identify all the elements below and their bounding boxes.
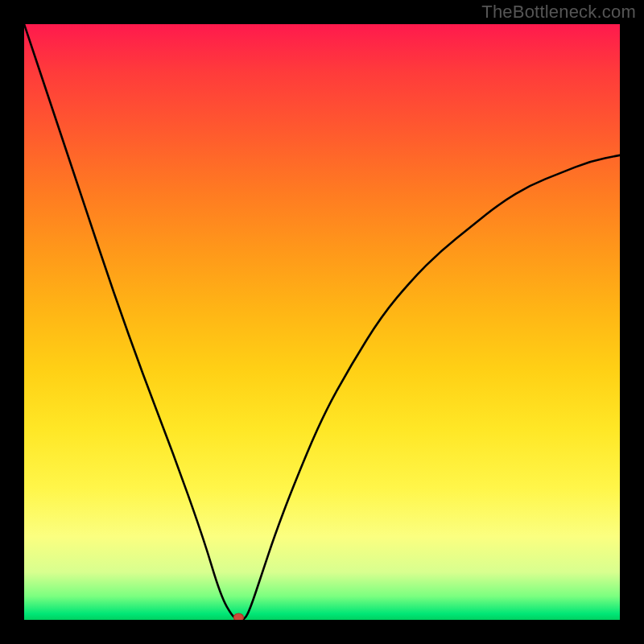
bottleneck-curve (24, 24, 620, 620)
chart-plot-area (24, 24, 620, 620)
minimum-marker (233, 613, 243, 620)
watermark-text: TheBottleneck.com (481, 2, 636, 23)
bottleneck-curve-svg (24, 24, 620, 620)
